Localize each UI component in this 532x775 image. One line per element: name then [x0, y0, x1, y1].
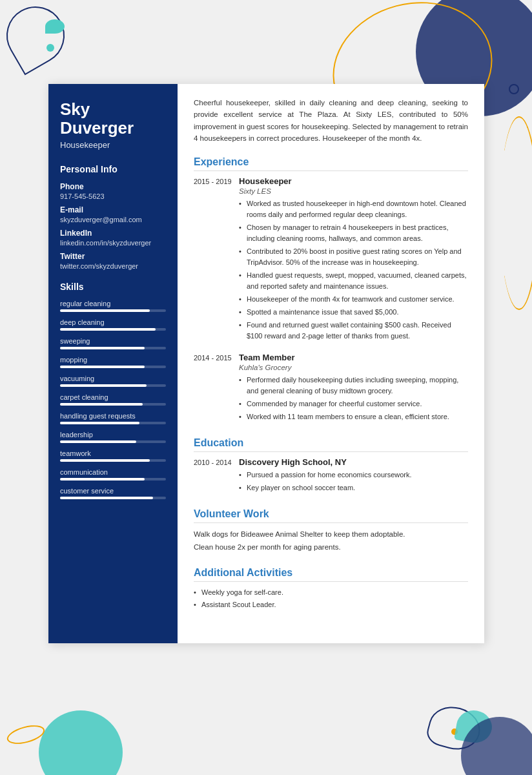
skill-bar — [60, 497, 166, 499]
skill-item: regular cleaning — [60, 300, 166, 312]
linkedin-label: LinkedIn — [60, 229, 166, 238]
skill-bar — [60, 309, 166, 312]
skill-bar — [60, 328, 166, 331]
skill-bar-fill — [60, 497, 153, 499]
phone-label: Phone — [60, 182, 166, 191]
edu-bullets: Pursued a passion for home economics cou… — [239, 470, 468, 493]
twitter-value: twitter.com/skyzduverger — [60, 262, 166, 270]
bullet-item: Found and returned guest wallet containi… — [239, 320, 468, 342]
edu-dates: 2010 - 2014 — [194, 457, 239, 495]
bullet-item: Worked as trusted housekeeper in high-en… — [239, 198, 468, 220]
main-content: Cheerful housekeeper, skilled in daily c… — [178, 84, 484, 643]
skill-bar-fill — [60, 478, 145, 480]
bullet-item: Chosen by manager to retrain 4 housekeep… — [239, 222, 468, 244]
bullet-item: Spotted a maintenance issue that saved $… — [239, 307, 468, 318]
summary-text: Cheerful housekeeper, skilled in daily c… — [194, 97, 468, 145]
skill-bar-fill — [60, 459, 150, 462]
skill-bar-fill — [60, 347, 145, 349]
skill-item: deep cleaning — [60, 318, 166, 331]
job-dates: 2014 - 2015 — [194, 353, 239, 424]
volunteer-list: Walk dogs for Bideawee Animal Shelter to… — [194, 528, 468, 553]
skill-label: teamwork — [60, 450, 166, 457]
activities-list: Weekly yoga for self-care.Assistant Scou… — [194, 587, 468, 611]
resume-container: SkyDuverger Housekeeper Personal Info Ph… — [48, 84, 484, 643]
skill-label: communication — [60, 468, 166, 476]
bullet-item: Commended by manager for cheerful custom… — [239, 398, 468, 409]
volunteer-heading: Volunteer Work — [194, 508, 468, 523]
experience-heading: Experience — [194, 156, 468, 171]
education-list: 2010 - 2014 Discovery High School, NY Pu… — [194, 457, 468, 495]
deco-small-circle — [509, 84, 519, 94]
deco-top-left-spiral — [0, 0, 75, 75]
skill-bar — [60, 366, 166, 368]
skill-item: communication — [60, 468, 166, 480]
job-company: Kuhla's Grocery — [239, 364, 468, 371]
job-details: Housekeeper Sixty LES Worked as trusted … — [239, 176, 468, 344]
education-heading: Education — [194, 437, 468, 452]
skill-label: leadership — [60, 431, 166, 439]
candidate-name: SkyDuverger — [60, 100, 166, 137]
skill-bar — [60, 384, 166, 387]
edu-bullet: Key player on school soccer team. — [239, 482, 468, 493]
bullet-item: Contributed to 20% boost in positive gue… — [239, 246, 468, 268]
skill-bar — [60, 347, 166, 349]
volunteer-item: Walk dogs for Bideawee Animal Shelter to… — [194, 528, 468, 541]
skill-item: vacuuming — [60, 375, 166, 387]
skill-bar — [60, 478, 166, 480]
activities-heading: Additional Activities — [194, 567, 468, 582]
job-title: Housekeeper — [239, 176, 468, 186]
bullet-item: Performed daily housekeeping duties incl… — [239, 375, 468, 397]
deco-dot-teal — [46, 44, 54, 52]
linkedin-value: linkedin.com/in/skyzduverger — [60, 239, 166, 247]
skill-bar — [60, 403, 166, 406]
deco-green-blob — [45, 19, 65, 34]
experience-row: 2014 - 2015 Team Member Kuhla's Grocery … — [194, 353, 468, 424]
skill-bar-fill — [60, 328, 156, 331]
skill-bar-fill — [60, 440, 136, 443]
bullet-item: Handled guest requests, swept, mopped, v… — [239, 270, 468, 292]
bullet-item: Housekeeper of the month 4x for teamwork… — [239, 294, 468, 305]
skill-bar-fill — [60, 309, 150, 312]
volunteer-item: Clean house 2x per month for aging paren… — [194, 541, 468, 554]
skill-bar-fill — [60, 384, 147, 387]
activity-item: Assistant Scout Leader. — [194, 599, 468, 611]
skill-item: teamwork — [60, 450, 166, 462]
skill-label: handling guest requests — [60, 412, 166, 420]
skill-label: regular cleaning — [60, 300, 166, 307]
skill-label: sweeping — [60, 337, 166, 345]
education-section: Education 2010 - 2014 Discovery High Sch… — [194, 437, 468, 495]
candidate-title: Housekeeper — [60, 140, 166, 150]
skill-bar — [60, 440, 166, 443]
skill-label: mopping — [60, 356, 166, 364]
skill-label: carpet cleaning — [60, 393, 166, 401]
phone-value: 917-545-5623 — [60, 192, 166, 200]
skill-bar — [60, 422, 166, 424]
skill-label: deep cleaning — [60, 318, 166, 326]
skill-item: customer service — [60, 487, 166, 499]
activity-item: Weekly yoga for self-care. — [194, 587, 468, 599]
skill-bar-fill — [60, 366, 145, 368]
skills-heading: Skills — [60, 282, 166, 292]
edu-details: Discovery High School, NY Pursued a pass… — [239, 457, 468, 495]
twitter-label: Twitter — [60, 252, 166, 261]
experience-section: Experience 2015 - 2019 Housekeeper Sixty… — [194, 156, 468, 425]
deco-right-orange-arc — [500, 116, 532, 310]
experience-row: 2015 - 2019 Housekeeper Sixty LES Worked… — [194, 176, 468, 344]
skill-label: customer service — [60, 487, 166, 495]
edu-bullet: Pursued a passion for home economics cou… — [239, 470, 468, 480]
experience-list: 2015 - 2019 Housekeeper Sixty LES Worked… — [194, 176, 468, 425]
skill-item: leadership — [60, 431, 166, 443]
skill-bar-fill — [60, 422, 139, 424]
skill-item: handling guest requests — [60, 412, 166, 424]
email-value: skyzduverger@gmail.com — [60, 216, 166, 223]
personal-info-heading: Personal Info — [60, 164, 166, 174]
sidebar: SkyDuverger Housekeeper Personal Info Ph… — [48, 84, 178, 643]
skill-bar — [60, 459, 166, 462]
skill-item: carpet cleaning — [60, 393, 166, 406]
job-company: Sixty LES — [239, 187, 468, 195]
skills-list: regular cleaning deep cleaning sweeping … — [60, 300, 166, 499]
deco-bottom-left-teal — [39, 710, 123, 775]
skill-item: mopping — [60, 356, 166, 368]
job-title: Team Member — [239, 353, 468, 362]
job-bullets: Worked as trusted housekeeper in high-en… — [239, 198, 468, 342]
